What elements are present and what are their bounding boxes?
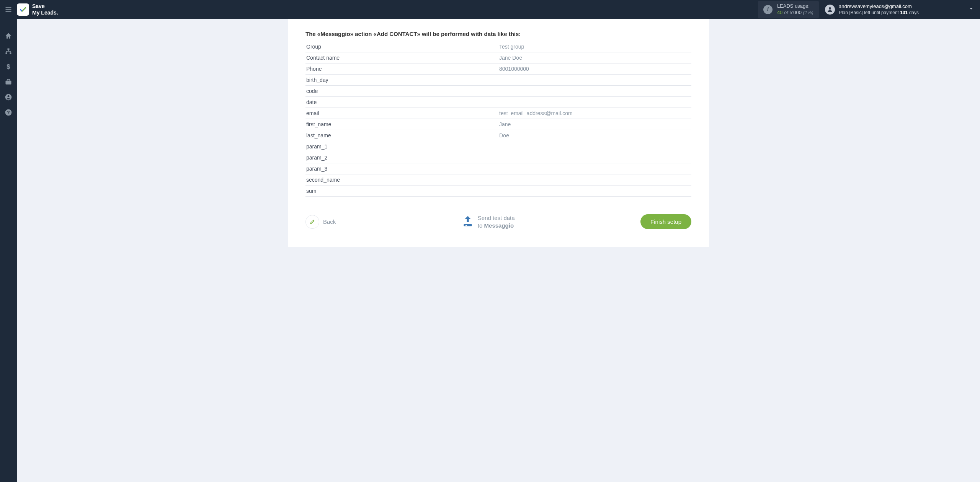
back-button[interactable]: Back xyxy=(305,215,336,229)
table-row: param_1 xyxy=(305,141,691,152)
action-bar: Back Send test data to xyxy=(305,214,691,229)
hamburger-icon xyxy=(5,6,12,13)
table-row: second_name xyxy=(305,174,691,186)
logo-text: Save My Leads. xyxy=(32,3,58,16)
info-icon: i xyxy=(763,5,773,14)
header-dropdown-chevron[interactable] xyxy=(969,6,974,13)
svg-rect-0 xyxy=(6,7,11,8)
svg-rect-6 xyxy=(10,52,11,54)
home-icon xyxy=(5,32,12,40)
upload-icon xyxy=(462,215,474,229)
back-button-circle xyxy=(305,215,319,229)
data-preview-table: GroupTest groupContact nameJane DoePhone… xyxy=(305,41,691,197)
table-row: last_nameDoe xyxy=(305,130,691,141)
user-email: andrewsavemyleads@gmail.com xyxy=(839,3,919,10)
field-label: date xyxy=(305,97,498,108)
sitemap-icon xyxy=(5,47,12,55)
table-row: param_2 xyxy=(305,152,691,163)
field-value xyxy=(498,86,691,97)
sidebar-item-briefcase[interactable] xyxy=(0,74,17,90)
field-value xyxy=(498,152,691,163)
user-plan-line: Plan |Basic| left until payment 131 days xyxy=(839,10,919,16)
sidebar-item-connections[interactable] xyxy=(0,44,17,59)
svg-text:$: $ xyxy=(7,63,10,70)
svg-rect-14 xyxy=(465,225,466,226)
field-value: Jane xyxy=(498,119,691,130)
field-label: last_name xyxy=(305,130,498,141)
field-label: email xyxy=(305,108,498,119)
usage-total: 5'000 xyxy=(789,10,801,15)
field-value xyxy=(498,75,691,86)
user-avatar-icon xyxy=(825,5,835,15)
dollar-icon: $ xyxy=(5,63,12,70)
field-value: Test group xyxy=(498,41,691,52)
field-label: Contact name xyxy=(305,52,498,64)
field-value xyxy=(498,163,691,174)
field-value: Jane Doe xyxy=(498,52,691,64)
table-row: birth_day xyxy=(305,75,691,86)
svg-rect-5 xyxy=(6,52,7,54)
field-value xyxy=(498,141,691,152)
svg-rect-2 xyxy=(6,11,11,12)
svg-rect-15 xyxy=(466,225,467,226)
field-label: sum xyxy=(305,186,498,197)
finish-setup-button[interactable]: Finish setup xyxy=(640,214,691,229)
field-label: param_2 xyxy=(305,152,498,163)
field-label: Phone xyxy=(305,64,498,75)
field-label: param_3 xyxy=(305,163,498,174)
send-test-text: Send test data to Messaggio xyxy=(478,214,515,229)
sidebar-item-help[interactable]: ? xyxy=(0,105,17,120)
table-row: param_3 xyxy=(305,163,691,174)
top-header: Save My Leads. i LEADS usage: 40 of 5'00… xyxy=(0,0,980,19)
field-label: code xyxy=(305,86,498,97)
field-value: test_email_address@mail.com xyxy=(498,108,691,119)
field-value: Doe xyxy=(498,130,691,141)
menu-toggle-button[interactable] xyxy=(0,0,17,19)
user-icon xyxy=(5,93,12,101)
field-value xyxy=(498,186,691,197)
back-label: Back xyxy=(323,218,336,225)
svg-point-3 xyxy=(829,7,831,10)
svg-rect-1 xyxy=(6,9,11,10)
svg-rect-8 xyxy=(6,81,11,85)
logo-icon xyxy=(17,3,29,16)
sidebar-item-home[interactable] xyxy=(0,28,17,44)
field-value xyxy=(498,174,691,186)
svg-text:?: ? xyxy=(7,110,10,115)
user-account-menu[interactable]: andrewsavemyleads@gmail.com Plan |Basic|… xyxy=(825,3,919,16)
svg-rect-4 xyxy=(8,49,10,50)
table-row: date xyxy=(305,97,691,108)
field-label: birth_day xyxy=(305,75,498,86)
svg-point-10 xyxy=(8,95,10,97)
section-heading: The «Messaggio» action «Add CONTACT» wil… xyxy=(305,31,691,41)
usage-of: of xyxy=(784,10,788,15)
table-row: Phone8001000000 xyxy=(305,64,691,75)
question-icon: ? xyxy=(5,109,12,116)
usage-current: 40 xyxy=(777,10,782,15)
logo[interactable]: Save My Leads. xyxy=(17,3,58,16)
field-value xyxy=(498,97,691,108)
chevron-down-icon xyxy=(969,6,974,11)
content-panel: The «Messaggio» action «Add CONTACT» wil… xyxy=(288,19,709,247)
table-row: emailtest_email_address@mail.com xyxy=(305,108,691,119)
table-row: first_nameJane xyxy=(305,119,691,130)
sidebar-item-billing[interactable]: $ xyxy=(0,59,17,74)
table-row: GroupTest group xyxy=(305,41,691,52)
send-test-data-button[interactable]: Send test data to Messaggio xyxy=(462,214,515,229)
main-content: The «Messaggio» action «Add CONTACT» wil… xyxy=(17,19,980,482)
pencil-icon xyxy=(309,219,315,225)
table-row: Contact nameJane Doe xyxy=(305,52,691,64)
field-label: second_name xyxy=(305,174,498,186)
leads-usage-panel: i LEADS usage: 40 of 5'000 (1%) xyxy=(758,1,819,18)
sidebar-item-profile[interactable] xyxy=(0,90,17,105)
table-row: code xyxy=(305,86,691,97)
table-row: sum xyxy=(305,186,691,197)
briefcase-icon xyxy=(5,78,12,86)
usage-percent: (1%) xyxy=(803,10,813,15)
field-label: param_1 xyxy=(305,141,498,152)
field-value: 8001000000 xyxy=(498,64,691,75)
left-sidebar: $ ? xyxy=(0,19,17,482)
field-label: first_name xyxy=(305,119,498,130)
field-label: Group xyxy=(305,41,498,52)
usage-label: LEADS usage: xyxy=(777,3,813,10)
